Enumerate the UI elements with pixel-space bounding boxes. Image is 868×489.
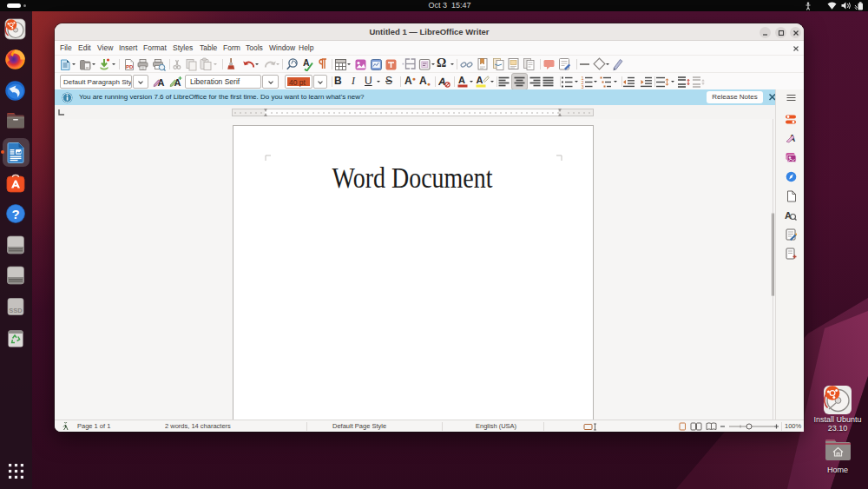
- svg-text:A: A: [303, 57, 310, 68]
- svg-text:3: 3: [582, 84, 584, 89]
- svg-text:D: D: [129, 64, 134, 69]
- svg-text:A: A: [477, 75, 483, 85]
- svg-text:A: A: [458, 75, 465, 85]
- svg-text:SSD: SSD: [9, 307, 23, 314]
- svg-text:?: ?: [11, 207, 19, 221]
